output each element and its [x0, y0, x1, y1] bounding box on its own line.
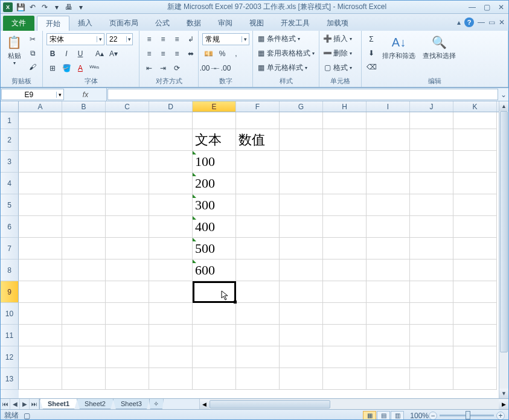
tab-data[interactable]: 数据: [178, 16, 210, 31]
cell-F5[interactable]: [236, 194, 280, 216]
cell-E6[interactable]: 400: [193, 216, 236, 238]
cell-D6[interactable]: [149, 216, 193, 238]
cell-B8[interactable]: [62, 259, 106, 281]
font-size-dropdown[interactable]: ▾: [106, 33, 133, 45]
find-select-button[interactable]: 🔍 查找和选择: [420, 33, 458, 62]
print-preview-icon[interactable]: 🖶: [63, 2, 74, 13]
cell-B9[interactable]: [62, 281, 106, 303]
align-top-icon[interactable]: ≡: [143, 33, 155, 45]
increase-indent-icon[interactable]: ⇥: [157, 62, 169, 74]
row-header-2[interactable]: 2: [1, 129, 19, 151]
new-sheet-icon[interactable]: ✧: [149, 399, 164, 409]
cell-A7[interactable]: [19, 238, 62, 259]
cell-A5[interactable]: [19, 194, 62, 216]
cell-C8[interactable]: [106, 259, 149, 281]
scroll-thumb[interactable]: [500, 112, 508, 352]
macro-record-icon[interactable]: ▢: [24, 412, 30, 420]
cell-I11[interactable]: [367, 325, 410, 346]
cell-K8[interactable]: [453, 259, 497, 281]
scroll-right-icon[interactable]: ▶: [499, 399, 508, 409]
column-header-D[interactable]: D: [149, 101, 193, 112]
cell-J2[interactable]: [410, 129, 453, 151]
cell-E8[interactable]: 600: [193, 259, 236, 281]
cell-F2[interactable]: 数值: [236, 129, 280, 151]
cell-E1[interactable]: [193, 112, 236, 129]
cell-D1[interactable]: [149, 112, 193, 129]
cell-G8[interactable]: [280, 259, 323, 281]
workbook-restore-icon[interactable]: ▭: [488, 18, 495, 27]
cut-icon[interactable]: ✂: [27, 33, 39, 45]
cell-J4[interactable]: [410, 173, 453, 194]
zoom-out-icon[interactable]: −: [429, 412, 437, 420]
cell-K5[interactable]: [453, 194, 497, 216]
format-cells-button[interactable]: ▢格式▾: [323, 62, 352, 73]
tab-view[interactable]: 视图: [241, 16, 272, 31]
cell-G10[interactable]: [280, 303, 323, 325]
row-header-11[interactable]: 11: [1, 325, 19, 346]
fill-color-icon[interactable]: 🪣: [60, 62, 72, 74]
underline-icon[interactable]: U: [74, 48, 86, 60]
cell-I3[interactable]: [367, 151, 410, 173]
cell-H6[interactable]: [323, 216, 367, 238]
cell-E12[interactable]: [193, 346, 236, 368]
cell-E10[interactable]: [193, 303, 236, 325]
sheet-tab-3[interactable]: Sheet3: [113, 399, 150, 409]
page-layout-view-icon[interactable]: ▤: [377, 411, 390, 421]
number-format-dropdown[interactable]: ▾: [202, 33, 249, 45]
cell-C10[interactable]: [106, 303, 149, 325]
tab-formulas[interactable]: 公式: [147, 16, 178, 31]
align-right-icon[interactable]: ≡: [171, 48, 183, 60]
decrease-indent-icon[interactable]: ⇤: [143, 62, 155, 74]
cell-J12[interactable]: [410, 346, 453, 368]
cell-I5[interactable]: [367, 194, 410, 216]
column-header-B[interactable]: B: [62, 101, 106, 112]
cell-J7[interactable]: [410, 238, 453, 259]
autosum-icon[interactable]: Σ: [365, 33, 377, 45]
cell-D9[interactable]: [149, 281, 193, 303]
cell-I10[interactable]: [367, 303, 410, 325]
cell-D8[interactable]: [149, 259, 193, 281]
align-bottom-icon[interactable]: ≡: [171, 33, 183, 45]
insert-cells-button[interactable]: ➕插入▾: [323, 33, 352, 44]
maximize-icon[interactable]: ▢: [482, 3, 491, 11]
cell-F4[interactable]: [236, 173, 280, 194]
cell-A4[interactable]: [19, 173, 62, 194]
cell-J3[interactable]: [410, 151, 453, 173]
cell-D2[interactable]: [149, 129, 193, 151]
column-header-C[interactable]: C: [106, 101, 149, 112]
cell-B11[interactable]: [62, 325, 106, 346]
align-middle-icon[interactable]: ≡: [157, 33, 169, 45]
cell-H10[interactable]: [323, 303, 367, 325]
cell-F12[interactable]: [236, 346, 280, 368]
cell-C3[interactable]: [106, 151, 149, 173]
page-break-view-icon[interactable]: ▥: [391, 411, 404, 421]
cell-H12[interactable]: [323, 346, 367, 368]
cell-H9[interactable]: [323, 281, 367, 303]
borders-icon[interactable]: ⊞: [46, 62, 59, 74]
cell-G1[interactable]: [280, 112, 323, 129]
cell-G9[interactable]: [280, 281, 323, 303]
cell-G3[interactable]: [280, 151, 323, 173]
align-center-icon[interactable]: ≡: [157, 48, 169, 60]
row-header-7[interactable]: 7: [1, 238, 19, 259]
cell-I2[interactable]: [367, 129, 410, 151]
formula-input[interactable]: [108, 89, 498, 100]
cell-E2[interactable]: 文本: [193, 129, 236, 151]
cell-I7[interactable]: [367, 238, 410, 259]
font-name-dropdown[interactable]: ▾: [46, 33, 104, 45]
cell-A13[interactable]: [19, 368, 62, 390]
column-header-G[interactable]: G: [280, 101, 323, 112]
copy-icon[interactable]: ⧉: [27, 47, 39, 59]
cell-E13[interactable]: [193, 368, 236, 390]
cell-C11[interactable]: [106, 325, 149, 346]
cell-K12[interactable]: [453, 346, 497, 368]
tab-review[interactable]: 审阅: [210, 16, 241, 31]
redo-icon[interactable]: ↷: [39, 2, 50, 13]
cell-C2[interactable]: [106, 129, 149, 151]
column-header-H[interactable]: H: [323, 101, 367, 112]
cell-B2[interactable]: [62, 129, 106, 151]
row-header-8[interactable]: 8: [1, 259, 19, 281]
cell-H11[interactable]: [323, 325, 367, 346]
cell-K11[interactable]: [453, 325, 497, 346]
increase-font-icon[interactable]: A▴: [94, 48, 106, 60]
